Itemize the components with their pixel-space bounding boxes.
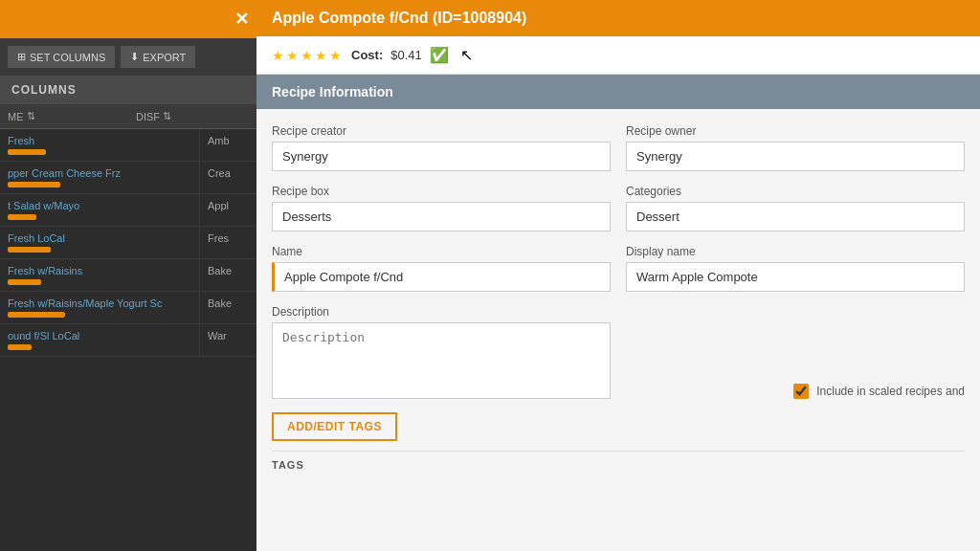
row-name: Fresh LoCal: [0, 227, 199, 258]
display-column-header[interactable]: DISF ⇅: [128, 104, 256, 128]
categories-label: Categories: [626, 185, 965, 198]
description-textarea[interactable]: [272, 322, 611, 399]
recipe-box-input[interactable]: [272, 202, 611, 231]
display-name-group: Display name: [626, 245, 965, 292]
recipe-owner-group: Recipe owner: [626, 124, 965, 171]
star-rating: ★★★★★: [272, 48, 344, 63]
description-group: Description: [272, 305, 611, 399]
left-panel: ✕ ⊞ SET COLUMNS ⬇ EXPORT COLUMNS ME ⇅ DI…: [0, 0, 256, 551]
row-display: Amb: [199, 129, 256, 161]
recipe-creator-input[interactable]: [272, 142, 611, 171]
table-row[interactable]: Fresh w/Raisins Bake: [0, 259, 256, 292]
cost-bar: ★★★★★ Cost: $0.41 ✅ ↖: [256, 36, 980, 75]
display-name-label: Display name: [626, 245, 965, 258]
export-button[interactable]: ⬇ EXPORT: [121, 46, 195, 68]
description-label: Description: [272, 305, 611, 319]
tags-section: ADD/EDIT TAGS TAGS: [272, 412, 965, 471]
row-name: Fresh w/Raisins/Maple Yogurt Sc: [0, 292, 199, 323]
name-display-row: Name Display name: [272, 245, 965, 292]
check-icon: ✅: [430, 46, 449, 64]
recipe-detail-modal: Apple Compote f/Cnd (ID=1008904) ★★★★★ C…: [256, 0, 980, 551]
scaled-recipe-group: Include in scaled recipes and: [626, 305, 965, 399]
creator-owner-row: Recipe creator Recipe owner: [272, 124, 965, 171]
table-row[interactable]: ound f/Sl LoCal War: [0, 324, 256, 357]
columns-title: COLUMNS: [11, 83, 77, 97]
include-scaled-label: Include in scaled recipes and: [816, 385, 965, 398]
recipe-creator-group: Recipe creator: [272, 124, 611, 171]
columns-icon: ⊞: [17, 51, 26, 63]
row-name: ound f/Sl LoCal: [0, 324, 199, 356]
row-name: Fresh w/Raisins: [0, 259, 199, 291]
export-icon: ⬇: [130, 51, 139, 63]
section-header: Recipe Information: [256, 75, 980, 109]
row-display: Bake: [199, 292, 256, 323]
row-display: Bake: [199, 259, 256, 291]
modal-title-bar: Apple Compote f/Cnd (ID=1008904): [256, 0, 980, 36]
row-name: Fresh: [0, 129, 199, 161]
include-scaled-checkbox[interactable]: [793, 384, 809, 399]
row-name: t Salad w/Mayo: [0, 194, 199, 226]
table-row[interactable]: Fresh w/Raisins/Maple Yogurt Sc Bake: [0, 292, 256, 324]
box-categories-row: Recipe box Categories: [272, 185, 965, 231]
description-row: Description Include in scaled recipes an…: [272, 305, 965, 399]
name-label: Name: [272, 245, 611, 258]
table-row[interactable]: pper Cream Cheese Frz Crea: [0, 162, 256, 194]
cost-value: $0.41: [390, 48, 422, 62]
name-group: Name: [272, 245, 611, 292]
set-columns-button[interactable]: ⊞ SET COLUMNS: [8, 46, 115, 68]
row-name: pper Cream Cheese Frz: [0, 162, 199, 193]
column-headers: ME ⇅ DISF ⇅: [0, 104, 256, 129]
categories-group: Categories: [626, 185, 965, 231]
recipe-list: Fresh Amb pper Cream Cheese Frz Crea t S…: [0, 129, 256, 551]
table-row[interactable]: Fresh Amb: [0, 129, 256, 162]
close-button[interactable]: ✕: [234, 11, 249, 28]
toolbar: ⊞ SET COLUMNS ⬇ EXPORT: [0, 38, 256, 76]
recipe-box-group: Recipe box: [272, 185, 611, 231]
display-name-input[interactable]: [626, 262, 965, 292]
table-row[interactable]: t Salad w/Mayo Appl: [0, 194, 256, 227]
recipe-box-label: Recipe box: [272, 185, 611, 198]
categories-input[interactable]: [626, 202, 965, 231]
columns-header-bar: COLUMNS: [0, 76, 256, 104]
name-input[interactable]: [272, 262, 611, 292]
table-row[interactable]: Fresh LoCal Fres: [0, 227, 256, 259]
row-display: Fres: [199, 227, 256, 258]
cursor-icon: ↖: [460, 46, 473, 64]
row-display: Appl: [199, 194, 256, 226]
name-column-header[interactable]: ME ⇅: [0, 104, 128, 128]
row-display: War: [199, 324, 256, 356]
form-body: Recipe creator Recipe owner Recipe box C…: [256, 109, 980, 551]
recipe-creator-label: Recipe creator: [272, 124, 611, 138]
row-display: Crea: [199, 162, 256, 193]
modal-title: Apple Compote f/Cnd (ID=1008904): [272, 10, 526, 26]
recipe-owner-input[interactable]: [626, 142, 965, 171]
cost-label: Cost:: [351, 48, 383, 62]
include-scaled-row: Include in scaled recipes and: [626, 384, 965, 399]
add-edit-tags-button[interactable]: ADD/EDIT TAGS: [272, 412, 397, 441]
recipe-owner-label: Recipe owner: [626, 124, 965, 138]
tags-label: TAGS: [272, 451, 965, 471]
left-top-bar: ✕: [0, 0, 256, 38]
